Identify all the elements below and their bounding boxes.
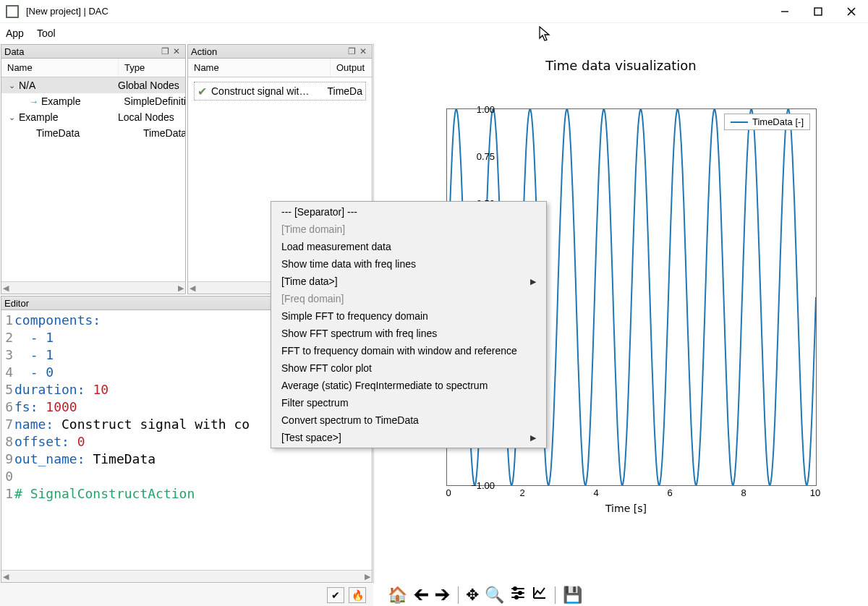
window-title: [New project] | DAC [26,6,109,17]
action-row-construct-signal[interactable]: ✔ Construct signal wit… TimeDa [194,82,366,101]
data-panel-header[interactable]: Data ❐ ✕ [1,45,185,59]
action-panel-close-icon[interactable]: ✕ [357,46,369,56]
menu-fft-color[interactable]: Show FFT color plot [271,359,546,377]
legend-label: TimeData [-] [752,116,804,127]
menu-load-measurement[interactable]: Load measurement data [271,238,546,255]
action-panel-title: Action [191,46,217,57]
zoom-icon[interactable]: 🔍 [485,586,504,605]
xtick: 4 [585,487,607,498]
toolbar-separator [458,586,459,604]
xtick: 2 [511,487,533,498]
plot-legend[interactable]: TimeData [-] [724,114,810,130]
menu-show-fft-lines[interactable]: Show FFT spectrum with freq lines [271,325,546,342]
axes-icon[interactable] [532,585,548,605]
xtick: 8 [733,487,754,498]
chevron-down-icon: ⌄ [7,113,16,122]
data-panel-float-icon[interactable]: ❐ [159,46,171,56]
title-bar: [New project] | DAC [0,0,868,23]
app-icon [6,5,19,18]
action-col-output[interactable]: Output [331,59,370,77]
xtick: 0 [438,487,459,498]
menu-tool[interactable]: Tool [37,27,56,39]
menu-filter-spectrum[interactable]: Filter spectrum [271,394,546,411]
save-icon[interactable]: 💾 [563,586,582,605]
menu-test-space-sub[interactable]: [Test space>]▶ [271,429,546,446]
menu-simple-fft[interactable]: Simple FFT to frequency domain [271,307,546,325]
minimize-button[interactable] [768,0,801,22]
x-axis-label: Time [s] [605,503,647,514]
close-button[interactable] [835,0,868,22]
data-row-example1[interactable]: →Example SimpleDefiniti… [1,93,185,109]
data-col-type[interactable]: Type [119,59,150,77]
data-panel-hscroll[interactable]: ◀▶ [1,281,185,294]
svg-point-7 [514,587,516,590]
arrow-right-icon: → [29,96,38,107]
legend-swatch [731,121,748,123]
svg-rect-1 [814,8,822,15]
chart-title: Time data visualization [374,43,868,80]
action-panel-float-icon[interactable]: ❐ [346,46,357,56]
data-row-example2[interactable]: ⌄Example Local Nodes [1,109,185,125]
maximize-icon [814,7,822,16]
menu-show-time-freq[interactable]: Show time data with freq lines [271,255,546,273]
submenu-arrow-icon: ▶ [530,277,536,286]
xtick: 6 [659,487,681,498]
apply-button[interactable]: ✔ [327,587,344,603]
data-row-timedata[interactable]: TimeData TimeData [1,125,185,141]
close-icon [847,7,856,16]
menu-fft-window-ref[interactable]: FFT to frequency domain with window and … [271,342,546,359]
data-columns: Name Type [1,59,185,77]
editor-panel-hscroll[interactable]: ◀▶ [1,570,372,582]
menu-freq-domain-header: [Freq domain] [271,290,546,307]
menu-bar: App Tool [0,23,868,43]
menu-time-domain-header: [Time domain] [271,221,546,238]
configure-icon[interactable] [510,585,526,605]
maximize-button[interactable] [801,0,835,22]
svg-point-9 [515,596,518,599]
back-icon[interactable]: 🡨 [413,586,429,605]
data-col-name[interactable]: Name [1,59,119,77]
ytick: −1.00 [459,480,495,491]
pan-icon[interactable]: ✥ [466,586,479,605]
forward-icon[interactable]: 🡪 [435,586,451,605]
menu-separator-item[interactable]: --- [Separator] --- [271,203,546,221]
svg-point-8 [519,592,522,594]
menu-app[interactable]: App [6,27,24,39]
checkmark-icon: ✔ [197,85,207,98]
ytick: 0.75 [459,151,495,162]
submenu-arrow-icon: ▶ [530,433,536,443]
home-icon[interactable]: 🏠 [388,586,407,605]
mouse-cursor-icon [539,26,550,46]
action-row-output: TimeDa [328,85,363,97]
action-panel-header[interactable]: Action ❐ ✕ [188,45,372,59]
plot-toolbar: 🏠 🡨 🡪 ✥ 🔍 💾 [373,584,868,606]
editor-gutter: 12345678901 [1,312,14,503]
data-panel: Data ❐ ✕ Name Type ⌄N/A Global Nodes →Ex… [1,44,186,294]
action-columns: Name Output [188,59,372,77]
editor-bottom-buttons: ✔ 🔥 [0,584,373,606]
menu-time-data-sub[interactable]: [Time data>]▶ [271,273,546,290]
ytick: 1.00 [459,104,495,115]
menu-convert-spectrum[interactable]: Convert spectrum to TimeData [271,411,546,429]
data-row-na[interactable]: ⌄N/A Global Nodes [1,77,185,93]
xtick: 10 [804,487,826,498]
run-button[interactable]: 🔥 [349,587,366,603]
data-panel-body: Name Type ⌄N/A Global Nodes →Example Sim… [1,59,185,281]
toolbar-separator [555,586,556,604]
chevron-down-icon: ⌄ [7,81,16,90]
action-col-name[interactable]: Name [188,59,331,77]
menu-avg-static[interactable]: Average (static) FreqIntermediate to spe… [271,377,546,394]
editor-panel-title: Editor [4,298,29,309]
data-panel-title: Data [4,46,24,57]
minimize-icon [780,7,789,16]
context-menu[interactable]: --- [Separator] --- [Time domain] Load m… [271,201,547,448]
data-panel-close-icon[interactable]: ✕ [171,46,182,56]
action-row-name: Construct signal wit… [211,85,323,97]
